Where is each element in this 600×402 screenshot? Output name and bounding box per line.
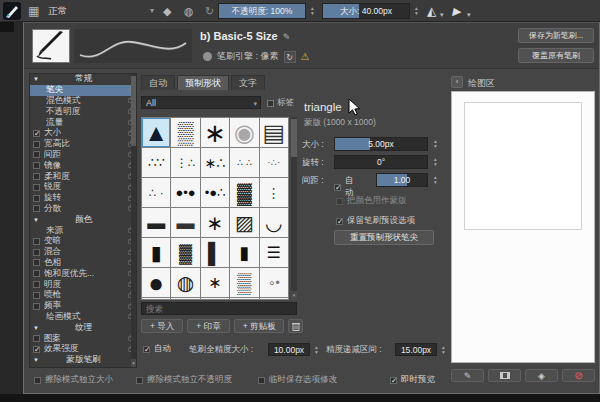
auto-precision-checkbox[interactable]: 自动 — [143, 343, 171, 355]
sidebar-item[interactable]: 变暗 — [30, 236, 136, 247]
use-color-mask-checkbox[interactable]: 把颜色用作蒙版 — [336, 195, 407, 207]
brush-tip-cell[interactable]: ψψ — [201, 298, 229, 300]
blend-mode-dropdown[interactable]: 正常 ▾ — [48, 3, 156, 19]
search-input[interactable] — [141, 302, 297, 315]
sidebar-item[interactable]: 混色模式 — [30, 96, 136, 107]
brush-tip-cell[interactable]: ⋮∴ — [171, 148, 199, 177]
option-checkbox[interactable] — [33, 173, 40, 180]
clipboard-button[interactable]: + 剪贴板 — [234, 319, 285, 333]
eraser-size-checkbox[interactable]: 擦除模式独立大小 — [34, 374, 113, 386]
brush-tip-cell[interactable]: ∴ · — [142, 178, 170, 207]
option-checkbox[interactable] — [33, 184, 40, 191]
reset-tip-button[interactable]: 重置预制形状笔尖 — [334, 230, 434, 245]
sidebar-section-header[interactable]: ▼颜色 — [30, 214, 136, 225]
scratchpad-collapse-button[interactable]: ‹ — [451, 76, 463, 88]
scratchpad-clear-button[interactable]: ⊘ — [562, 369, 595, 382]
fade-input[interactable]: 15.00px — [395, 343, 437, 356]
sidebar-item[interactable]: 来源 — [30, 225, 136, 236]
reload-icon[interactable]: ↻ — [284, 51, 296, 63]
sidebar-item[interactable]: 混合 — [30, 247, 136, 258]
instant-preview-checkbox[interactable]: 即时预览 — [390, 374, 435, 386]
brush-tip-cell[interactable]: ▒ — [171, 118, 199, 147]
opacity-slider[interactable]: 不透明度: 100% — [218, 3, 306, 19]
temp-save-checkbox[interactable]: 临时保存选项修改 — [258, 374, 337, 386]
sidebar-item[interactable]: 频率 — [30, 301, 136, 312]
app-logo-icon[interactable] — [3, 2, 21, 20]
sidebar-item[interactable]: 镜像 — [30, 160, 136, 171]
brush-tip-cell[interactable]: ∴ ∴ — [230, 148, 258, 177]
size-spinner[interactable]: ▴▾ — [412, 4, 421, 18]
option-checkbox[interactable] — [33, 195, 40, 202]
option-checkbox[interactable] — [33, 281, 40, 288]
size-slider[interactable]: 大小: 40.00px — [322, 3, 410, 19]
sidebar-item[interactable]: 绘画模式 — [30, 312, 136, 323]
brush-tip-cell[interactable]: ▲ — [142, 118, 170, 147]
brush-tip-cell[interactable]: ●•● — [171, 178, 199, 207]
brush-tip-cell[interactable]: ∗ — [201, 268, 229, 297]
mirror-caret-icon[interactable]: ▾ — [440, 8, 444, 22]
brush-tip-cell[interactable]: ∴∵ — [142, 148, 170, 177]
wrap-around-icon[interactable]: ▶ — [452, 4, 463, 18]
sidebar-item[interactable]: 柔和度 — [30, 171, 136, 182]
sidebar-section-header[interactable]: ▼常规 — [30, 74, 136, 85]
tab-text[interactable]: 文字 — [231, 75, 265, 90]
brush-tip-cell[interactable]: ☰ — [260, 238, 288, 267]
scratchpad-fill-button[interactable]: ◈ — [525, 369, 558, 382]
brush-tip-cell[interactable]: ▮ — [142, 238, 170, 267]
wrap-caret-icon[interactable]: ▾ — [467, 8, 471, 22]
brush-tip-cell[interactable]: ◡ — [260, 208, 288, 237]
brush-tip-cell[interactable]: ∗ — [201, 118, 229, 147]
sidebar-item[interactable]: 明度 — [30, 279, 136, 290]
brush-tip-cell[interactable]: ● — [142, 268, 170, 297]
option-checkbox[interactable] — [33, 130, 40, 137]
sidebar-item[interactable]: 色相 — [30, 258, 136, 269]
sidebar-item[interactable]: 旋转 — [30, 193, 136, 204]
brush-tip-cell[interactable]: ▓ — [171, 238, 199, 267]
sidebar-scroll-thumb[interactable] — [131, 76, 136, 146]
tip-size-slider[interactable]: 5.00px — [334, 137, 428, 151]
grid-scrollbar[interactable]: ▾ — [291, 117, 297, 300]
tab-predefined[interactable]: 预制形状 — [177, 75, 229, 90]
sidebar-section-header[interactable]: ▼蒙版笔刷 — [30, 355, 136, 366]
sidebar-item[interactable]: 流量 — [30, 117, 136, 128]
sidebar-item[interactable]: 大小 — [30, 128, 136, 139]
fade-spinner[interactable]: ▴▾ — [439, 343, 448, 357]
grid-scroll-thumb[interactable] — [291, 119, 297, 157]
workspace-grid-icon[interactable]: ▦ — [28, 4, 39, 18]
option-checkbox[interactable] — [33, 303, 40, 310]
brush-tip-cell[interactable]: ▌ — [201, 238, 229, 267]
show-tags-toggle[interactable]: 标签 — [267, 97, 294, 109]
option-checkbox[interactable] — [33, 346, 40, 353]
option-checkbox[interactable] — [33, 292, 40, 299]
scratchpad-canvas[interactable] — [451, 91, 595, 363]
tip-size-spinner[interactable]: ▴▾ — [431, 137, 440, 151]
option-checkbox[interactable] — [33, 270, 40, 277]
sidebar-item[interactable]: 不透明度 — [30, 106, 136, 117]
sidebar-item[interactable]: 饱和度优先... — [30, 268, 136, 279]
sidebar-section-header[interactable]: ▼纹理 — [30, 322, 136, 333]
sidebar-scroll-down-icon[interactable]: ▾ — [131, 359, 136, 367]
brush-tip-cell[interactable]: ⋮ — [260, 178, 288, 207]
tip-rotation-spinner[interactable]: ▴▾ — [431, 155, 440, 169]
brush-tip-cell[interactable]: ∗∴ — [201, 148, 229, 177]
stamp-button[interactable]: + 印章 — [187, 319, 229, 333]
scratchpad-fill-gradient-button[interactable] — [488, 369, 521, 382]
brush-tip-cell[interactable]: — — [230, 298, 258, 300]
preserve-settings-checkbox[interactable]: 保留笔刷预设选项 — [336, 215, 415, 227]
brush-tip-cell[interactable]: ∗ — [201, 208, 229, 237]
save-new-brush-button[interactable]: 保存为新笔刷... — [518, 28, 594, 43]
reload-preset-icon[interactable]: ↻ — [205, 4, 214, 18]
sidebar-scrollbar[interactable]: ▾ — [131, 74, 136, 367]
brush-tip-cell[interactable]: ▘ — [142, 298, 170, 300]
brush-tip-cell[interactable]: ▮ — [230, 238, 258, 267]
option-checkbox[interactable] — [33, 151, 40, 158]
sidebar-item[interactable]: 间距 — [30, 150, 136, 161]
option-checkbox[interactable] — [33, 249, 40, 256]
brush-tip-cell[interactable]: ▓ — [230, 178, 258, 207]
option-checkbox[interactable] — [33, 162, 40, 169]
brush-tip-cell[interactable]: ▒ — [230, 268, 258, 297]
brush-tip-cell[interactable]: ▨ — [230, 208, 258, 237]
precision-size-input[interactable]: 10.00px — [268, 343, 310, 356]
overwrite-brush-button[interactable]: 覆盖原有笔刷 — [518, 48, 594, 63]
opacity-spinner[interactable]: ▴▾ — [308, 4, 317, 18]
